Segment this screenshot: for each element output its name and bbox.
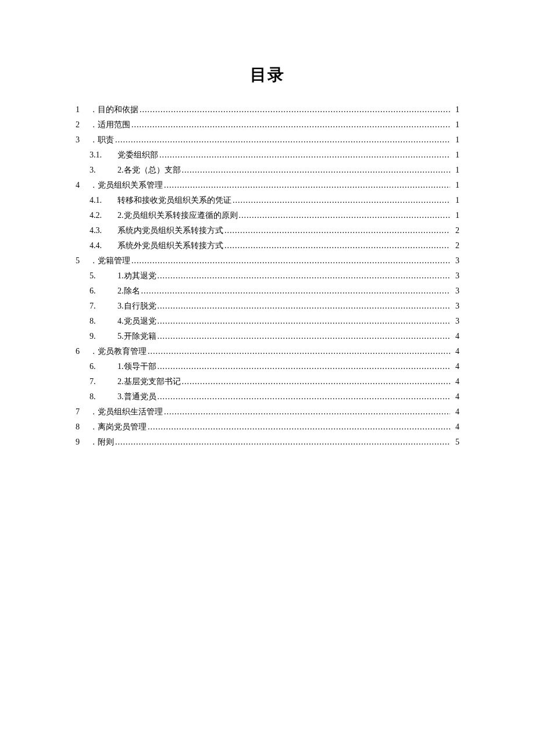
toc-page-number: 1	[451, 106, 459, 114]
toc-page-number: 3	[451, 287, 459, 295]
toc-page-number: 1	[451, 196, 459, 205]
toc-number: 1	[76, 106, 90, 114]
toc-entry: 7.3.自行脱党3	[76, 299, 459, 314]
toc-sub-label: 党委组织部	[117, 151, 158, 159]
toc-sub-number: 7.	[90, 302, 117, 310]
toc-page-number: 3	[451, 257, 459, 265]
toc-page-number: 1	[451, 181, 459, 189]
toc-label: ．适用范围	[90, 121, 130, 129]
toc-leader-dots	[131, 121, 450, 129]
toc-sub-label: 4.党员退党	[117, 317, 156, 325]
toc-entry: 9.5.开除党籍4	[76, 329, 459, 344]
toc-sub-label: 系统内党员组织关系转接方式	[117, 227, 223, 235]
toc-sub-number: 7.	[90, 378, 117, 386]
toc-number: 8	[76, 423, 90, 431]
toc-page-number: 4	[451, 332, 459, 341]
toc-page-number: 1	[451, 166, 459, 174]
toc-number: 7	[76, 408, 90, 416]
toc-number: 4	[76, 181, 90, 189]
toc-sub-number: 8.	[90, 317, 117, 325]
toc-label: ．目的和依据	[90, 106, 138, 114]
toc-entry: 1．目的和依据1	[76, 102, 459, 117]
toc-entry: 6．党员教育管理 4	[76, 344, 459, 359]
toc-entry: 9．附则 5	[76, 435, 459, 450]
toc-sub-number: 9.	[90, 332, 117, 341]
toc-sub-number: 4.3.	[90, 227, 117, 235]
toc-leader-dots	[182, 166, 451, 174]
toc-entry: 4.3.系统内党员组织关系转接方式2	[76, 223, 459, 238]
toc-leader-dots	[148, 423, 450, 431]
toc-leader-dots	[158, 302, 451, 310]
toc-page-number: 3	[451, 302, 459, 310]
toc-page-number: 2	[451, 242, 459, 250]
toc-entry: 7.2.基层党支部书记4	[76, 374, 459, 389]
toc-page-number: 4	[451, 408, 459, 416]
toc-sub-number: 6.	[90, 287, 117, 295]
toc-entry: 8.4.党员退党3	[76, 314, 459, 329]
toc-sub-number: 3.	[90, 166, 117, 174]
toc-entry: 6.1.领导干部4	[76, 359, 459, 374]
toc-page-number: 1	[451, 212, 459, 220]
toc-page-number: 1	[451, 121, 459, 129]
toc-entry: 6.2.除名3	[76, 284, 459, 299]
toc-sub-number: 5.	[90, 272, 117, 280]
toc-number: 9	[76, 438, 90, 446]
toc-number: 5	[76, 257, 90, 265]
toc-page-number: 3	[451, 272, 459, 280]
document-page: 目录 1．目的和依据12．适用范围 13．职责 13.1.党委组织部13.2.各…	[0, 0, 535, 756]
toc-sub-label: 1.劝其退党	[117, 272, 156, 280]
toc-label: ．离岗党员管理	[90, 423, 147, 431]
toc-leader-dots	[148, 347, 450, 356]
toc-sub-label: 系统外党员组织关系转接方式	[117, 242, 223, 250]
toc-label: ．党员教育管理	[90, 347, 147, 356]
table-of-contents: 1．目的和依据12．适用范围 13．职责 13.1.党委组织部13.2.各党（总…	[76, 102, 459, 450]
toc-page-number: 1	[451, 136, 459, 144]
toc-leader-dots	[224, 227, 450, 235]
toc-entry: 5．党籍管理 3	[76, 253, 459, 268]
toc-leader-dots	[158, 272, 451, 280]
toc-entry: 8．离岗党员管理 4	[76, 420, 459, 435]
toc-entry: 8.3.普通党员4	[76, 389, 459, 404]
toc-entry: 3.1.党委组织部1	[76, 148, 459, 163]
toc-sub-label: 2.除名	[117, 287, 140, 295]
toc-page-number: 2	[451, 227, 459, 235]
toc-sub-label: 5.开除党籍	[117, 332, 156, 341]
toc-entry: 4.2.2.党员组织关系转接应遵循的原则1	[76, 208, 459, 223]
toc-sub-number: 6.	[90, 363, 117, 371]
toc-leader-dots	[182, 378, 451, 386]
toc-entry: 4．党员组织关系管理 1	[76, 178, 459, 193]
toc-page-number: 5	[451, 438, 459, 446]
toc-sub-label: 3.自行脱党	[117, 302, 156, 310]
toc-leader-dots	[164, 408, 450, 416]
toc-page-number: 4	[451, 347, 459, 356]
toc-entry: 3.2.各党（总）支部1	[76, 163, 459, 178]
toc-title: 目录	[76, 64, 459, 86]
toc-sub-number: 8.	[90, 393, 117, 401]
toc-page-number: 1	[451, 151, 459, 159]
toc-sub-number: 3.1.	[90, 151, 117, 159]
toc-sub-number: 4.2.	[90, 212, 117, 220]
toc-number: 3	[76, 136, 90, 144]
toc-sub-label: 1.领导干部	[117, 363, 156, 371]
toc-label: ．党员组织关系管理	[90, 181, 163, 189]
toc-entry: 7．党员组织生活管理 4	[76, 404, 459, 420]
toc-leader-dots	[140, 106, 450, 114]
toc-sub-label: 转移和接收党员组织关系的凭证	[117, 196, 231, 205]
toc-sub-label: 2.党员组织关系转接应遵循的原则	[117, 212, 238, 220]
toc-page-number: 4	[451, 363, 459, 371]
toc-entry: 4.4.系统外党员组织关系转接方式2	[76, 238, 459, 253]
toc-label: ．职责	[90, 136, 114, 144]
toc-page-number: 4	[451, 423, 459, 431]
toc-leader-dots	[233, 196, 450, 205]
toc-sub-number: 4.1.	[90, 196, 117, 205]
toc-page-number: 4	[451, 378, 459, 386]
toc-leader-dots	[158, 317, 451, 325]
toc-leader-dots	[159, 151, 450, 159]
toc-page-number: 4	[451, 393, 459, 401]
toc-sub-label: 2.基层党支部书记	[117, 378, 181, 386]
toc-sub-label: 3.普通党员	[117, 393, 156, 401]
toc-label: ．党员组织生活管理	[90, 408, 163, 416]
toc-number: 6	[76, 347, 90, 356]
toc-leader-dots	[131, 257, 450, 265]
toc-entry: 5.1.劝其退党3	[76, 268, 459, 284]
